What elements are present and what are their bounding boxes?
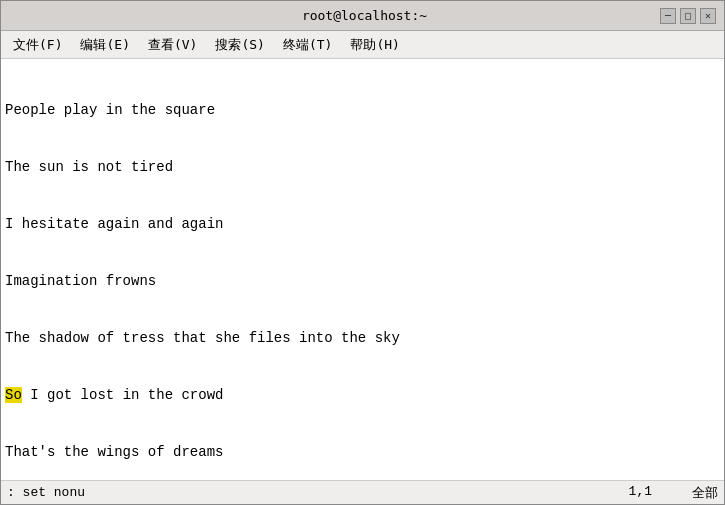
line-4: Imagination frowns [5,272,720,291]
menu-terminal[interactable]: 终端(T) [275,34,340,56]
status-command: : set nonu [7,485,629,500]
menu-edit[interactable]: 编辑(E) [72,34,137,56]
window-title: root@localhost:~ [69,8,660,23]
maximize-button[interactable]: □ [680,8,696,24]
cursor-position: 1,1 [629,484,652,502]
line-6: So I got lost in the crowd [5,386,720,405]
editor-content: People play in the square The sun is not… [5,63,720,480]
highlight-so: So [5,387,22,403]
minimize-button[interactable]: ─ [660,8,676,24]
menu-search[interactable]: 搜索(S) [207,34,272,56]
menu-view[interactable]: 查看(V) [140,34,205,56]
menu-file[interactable]: 文件(F) [5,34,70,56]
menu-help[interactable]: 帮助(H) [342,34,407,56]
close-button[interactable]: ✕ [700,8,716,24]
window-controls: ─ □ ✕ [660,8,716,24]
status-right: 1,1 全部 [629,484,718,502]
line-3: I hesitate again and again [5,215,720,234]
line-7: That's the wings of dreams [5,443,720,462]
view-status: 全部 [692,484,718,502]
status-bar: : set nonu 1,1 全部 [1,480,724,504]
menu-bar: 文件(F) 编辑(E) 查看(V) 搜索(S) 终端(T) 帮助(H) [1,31,724,59]
line-1: People play in the square [5,101,720,120]
editor-area[interactable]: People play in the square The sun is not… [1,59,724,480]
title-bar: root@localhost:~ ─ □ ✕ [1,1,724,31]
line-2: The sun is not tired [5,158,720,177]
terminal-window: root@localhost:~ ─ □ ✕ 文件(F) 编辑(E) 查看(V)… [0,0,725,505]
line-5: The shadow of tress that she files into … [5,329,720,348]
